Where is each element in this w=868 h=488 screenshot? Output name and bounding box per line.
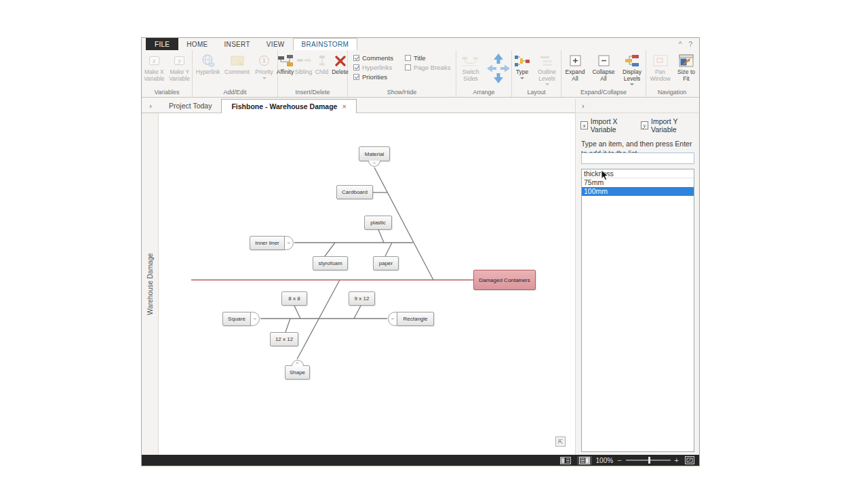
group-label-show-hide: Show/Hide	[348, 88, 456, 97]
priority-button[interactable]: 1 Priority	[252, 52, 277, 81]
affinity-button[interactable]: Affinity	[277, 52, 294, 76]
child-icon	[317, 52, 328, 69]
group-label-layout: Layout	[512, 88, 561, 97]
switch-sides-button[interactable]: Switch Sides	[456, 52, 485, 82]
collapse-all-button[interactable]: Collapse All	[589, 52, 618, 82]
application-window: FILE HOME INSERT VIEW BRAINSTORM ^ ? x M…	[141, 37, 700, 466]
collapse-indicator-icon[interactable]: −	[250, 312, 260, 326]
zoom-in-button[interactable]: +	[675, 457, 679, 464]
import-y-variable-button[interactable]: y Import Y Variable	[641, 117, 694, 134]
priorities-checkbox[interactable]: Priorities	[353, 73, 405, 81]
diagram-node-inner-liner[interactable]: Inner liner−	[250, 236, 285, 250]
type-button[interactable]: Type	[512, 52, 532, 81]
arrange-arrows-icon[interactable]	[486, 52, 511, 87]
diagram-node-8-x-8[interactable]: 8 x 8	[281, 291, 307, 306]
make-y-variable-button[interactable]: y Make Y Variable	[167, 52, 192, 82]
diagram-node-damaged-containers[interactable]: Damaged Containers	[473, 270, 536, 290]
doc-tab-project-today[interactable]: Project Today	[159, 99, 221, 113]
group-show-hide: Comments Title Hyperlinks Page Breaks Pr…	[348, 50, 456, 97]
node-label: Rectangle	[403, 316, 427, 322]
child-button[interactable]: Child	[313, 52, 331, 76]
collapse-ribbon-icon[interactable]: ^	[679, 41, 682, 48]
delete-button[interactable]: Delete	[332, 52, 349, 76]
zoom-out-button[interactable]: −	[617, 457, 621, 464]
node-label: styrofoam	[318, 260, 342, 266]
group-add-edit: Hyperlink Comment 1 Priority Add/Edit	[193, 50, 278, 97]
right-panel-chevron-icon[interactable]: ›	[582, 102, 585, 110]
display-levels-button[interactable]: Display Levels	[618, 52, 646, 87]
help-icon[interactable]: ?	[688, 41, 692, 48]
hyperlink-button[interactable]: Hyperlink	[194, 52, 222, 76]
sibling-button[interactable]: Sibling	[295, 52, 313, 76]
outline-levels-icon	[540, 52, 555, 69]
affinity-orgchart-icon	[277, 52, 294, 69]
diagram-node-square[interactable]: Square−	[222, 312, 251, 326]
zoom-slider[interactable]	[626, 460, 671, 461]
status-bar: 100% − +	[142, 455, 699, 466]
diagram-node-12-x-12[interactable]: 12 x 12	[270, 332, 298, 346]
diagram-node-styrofoam[interactable]: styrofoam	[313, 256, 348, 270]
import-x-icon: x	[580, 121, 588, 129]
outline-levels-button[interactable]: Outline Levels	[533, 52, 561, 87]
diagram-node-9-x-12[interactable]: 9 x 12	[349, 291, 375, 306]
display-levels-dropdown-icon	[630, 83, 634, 87]
map-view-icon[interactable]	[577, 456, 592, 465]
comments-checkbox[interactable]: Comments	[353, 54, 405, 62]
doc-tab-fishbone[interactable]: Fishbone - Warehouse Damage ×	[221, 99, 356, 113]
tab-brainstorm[interactable]: BRAINSTORM	[293, 38, 358, 50]
left-panel-chevron-icon[interactable]: ›	[142, 99, 159, 113]
diagram-node-material[interactable]: Material−	[359, 146, 390, 161]
pan-window-icon	[653, 52, 668, 69]
close-tab-icon[interactable]: ×	[342, 102, 346, 110]
diagram-node-cardboard[interactable]: Cardboard	[336, 185, 373, 199]
type-dropdown-icon	[520, 77, 524, 81]
diagram-node-plastic[interactable]: plastic	[364, 216, 392, 230]
document-tab-bar: › Project Today Fishbone - Warehouse Dam…	[142, 99, 575, 113]
size-to-fit-button[interactable]: Size to Fit	[675, 52, 698, 82]
fit-page-icon[interactable]	[683, 455, 696, 465]
globe-icon	[201, 52, 216, 69]
comment-button[interactable]: Comment	[223, 52, 252, 76]
outline-view-icon[interactable]	[558, 456, 573, 465]
make-x-variable-button[interactable]: x Make X Variable	[142, 52, 167, 82]
layout-type-icon	[514, 52, 530, 69]
collapse-indicator-icon[interactable]: −	[284, 236, 294, 250]
group-label-insert-delete: Insert/Delete	[278, 88, 347, 97]
import-x-variable-button[interactable]: x Import X Variable	[580, 117, 634, 134]
diagram-node-shape[interactable]: Shape−	[285, 365, 310, 380]
checkbox-icon	[353, 64, 359, 70]
collapse-indicator-icon[interactable]: −	[292, 360, 304, 366]
diagram-node-paper[interactable]: paper	[373, 256, 399, 270]
diagram-node-rectangle[interactable]: Rectangle−	[397, 312, 434, 326]
group-layout: Type Outline Levels Layout	[512, 50, 561, 97]
node-label: plastic	[370, 220, 386, 226]
list-item-selected[interactable]: 100mm	[582, 187, 694, 196]
group-label-variables: Variables	[142, 88, 192, 97]
node-label: Inner liner	[255, 240, 279, 246]
tab-home[interactable]: HOME	[178, 38, 216, 50]
node-label: 8 x 8	[288, 296, 300, 302]
priority-icon: 1	[259, 56, 269, 66]
add-item-input[interactable]	[581, 152, 694, 164]
group-expand-collapse: Expand All Collapse All Display Levels E…	[561, 50, 646, 97]
collapse-indicator-icon[interactable]: −	[388, 312, 397, 326]
expand-all-button[interactable]: Expand All	[561, 52, 589, 82]
list-item[interactable]: 75mm	[582, 178, 694, 187]
list-item[interactable]: thickness	[582, 169, 694, 178]
display-levels-icon	[625, 52, 639, 69]
collapse-indicator-icon[interactable]: −	[368, 161, 380, 167]
hyperlinks-checkbox[interactable]: Hyperlinks	[353, 64, 405, 71]
items-listbox[interactable]: thickness 75mm 100mm	[581, 169, 694, 452]
zoom-slider-thumb[interactable]	[648, 457, 650, 464]
tab-view[interactable]: VIEW	[258, 38, 293, 50]
checkbox-icon	[353, 74, 359, 80]
switch-sides-icon	[462, 52, 479, 69]
outline-levels-dropdown-icon	[545, 83, 549, 87]
tab-insert[interactable]: INSERT	[216, 38, 258, 50]
tab-file[interactable]: FILE	[146, 38, 178, 50]
title-checkbox[interactable]: Title	[405, 54, 456, 62]
fishbone-canvas[interactable]: ⇱ Material−CardboardplasticInner liner−s…	[159, 113, 575, 455]
center-map-button[interactable]: ⇱	[555, 436, 566, 447]
pan-window-button[interactable]: Pan Window	[646, 52, 674, 82]
page-breaks-checkbox[interactable]: Page Breaks	[405, 64, 456, 71]
